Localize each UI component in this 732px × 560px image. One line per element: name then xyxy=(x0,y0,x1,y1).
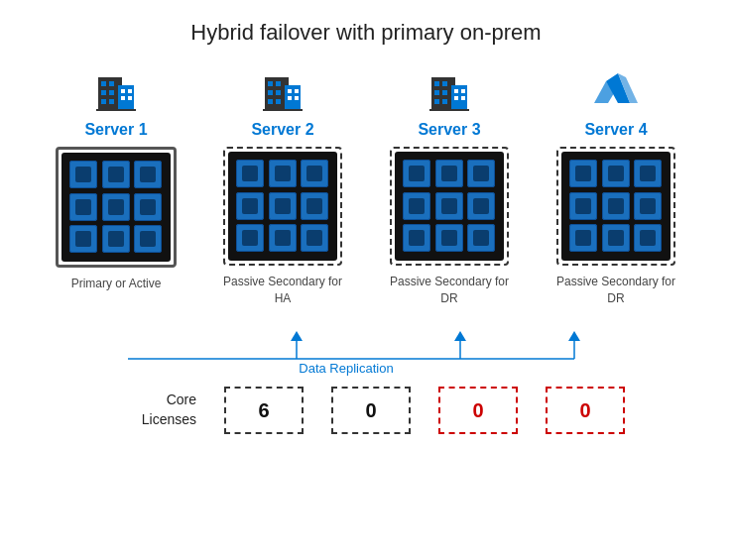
svg-rect-32 xyxy=(434,99,439,104)
chip xyxy=(134,193,162,221)
svg-rect-29 xyxy=(442,81,447,86)
server4-box-border xyxy=(556,147,675,266)
svg-marker-46 xyxy=(454,331,466,341)
svg-rect-12 xyxy=(96,109,136,111)
chip xyxy=(467,224,495,252)
svg-rect-4 xyxy=(101,90,106,95)
chip xyxy=(435,160,463,187)
server1-label: Server 1 xyxy=(84,121,147,139)
azure-cloud-icon xyxy=(590,63,642,115)
replication-arrows-svg: Data Replication xyxy=(59,327,673,377)
chip xyxy=(269,224,297,252)
chip xyxy=(69,225,97,253)
svg-rect-28 xyxy=(434,81,439,86)
server-col-4: Server 4 Passive Secondary for DR xyxy=(547,63,685,321)
svg-rect-19 xyxy=(268,99,273,104)
building-icon-3 xyxy=(424,63,475,115)
svg-rect-16 xyxy=(276,81,281,86)
chip xyxy=(69,161,97,188)
server4-label: Server 4 xyxy=(584,121,647,139)
server2-box-border xyxy=(223,147,342,266)
license-box-1: 6 xyxy=(224,387,304,434)
svg-rect-18 xyxy=(276,90,281,95)
server2-box xyxy=(228,152,337,261)
chip xyxy=(569,160,597,187)
chip xyxy=(403,224,430,252)
chip xyxy=(102,225,130,253)
svg-rect-3 xyxy=(109,81,114,86)
chip xyxy=(467,192,495,220)
svg-marker-44 xyxy=(291,331,303,341)
svg-rect-21 xyxy=(288,89,292,93)
svg-rect-9 xyxy=(128,89,132,93)
chip xyxy=(403,192,430,220)
server3-description: Passive Secondary for DR xyxy=(380,274,519,321)
svg-rect-38 xyxy=(429,109,469,111)
svg-rect-15 xyxy=(268,81,273,86)
server-col-2: Server 2 Passive Secondary for HA xyxy=(213,63,352,321)
chip xyxy=(569,192,597,220)
licenses-label: CoreLicenses xyxy=(142,392,196,427)
chip xyxy=(301,192,328,220)
svg-rect-7 xyxy=(109,99,114,104)
server2-label: Server 2 xyxy=(251,121,313,139)
chip xyxy=(634,160,662,187)
chip xyxy=(102,193,130,221)
svg-rect-36 xyxy=(454,96,458,100)
building-icon-2 xyxy=(257,63,308,115)
svg-marker-48 xyxy=(568,331,580,341)
server2-description: Passive Secondary for HA xyxy=(213,274,352,321)
chip xyxy=(236,160,264,187)
chip xyxy=(134,161,162,188)
svg-rect-8 xyxy=(121,89,125,93)
licenses-row: CoreLicenses 6 0 0 0 xyxy=(10,387,722,434)
server1-box-border xyxy=(56,147,177,268)
server-col-3: Server 3 Passive Secondary for DR xyxy=(380,63,519,321)
svg-rect-33 xyxy=(442,99,447,104)
license-value-4: 0 xyxy=(579,399,590,422)
chip xyxy=(69,193,97,221)
chip xyxy=(634,224,662,252)
server1-box xyxy=(61,153,171,262)
svg-rect-24 xyxy=(295,96,299,100)
svg-rect-23 xyxy=(288,96,292,100)
svg-rect-11 xyxy=(128,96,132,100)
servers-row: Server 1 Primary or Active xyxy=(47,63,685,323)
svg-rect-22 xyxy=(295,89,299,93)
chip xyxy=(236,224,264,252)
licenses-label-container: CoreLicenses xyxy=(107,391,196,429)
svg-rect-35 xyxy=(461,89,465,93)
svg-rect-30 xyxy=(434,90,439,95)
chip xyxy=(602,192,630,220)
server3-label: Server 3 xyxy=(418,121,480,139)
svg-rect-10 xyxy=(121,96,125,100)
server3-box xyxy=(395,152,504,261)
svg-rect-5 xyxy=(109,90,114,95)
svg-rect-31 xyxy=(442,90,447,95)
svg-rect-37 xyxy=(461,96,465,100)
chip xyxy=(467,160,495,187)
license-value-1: 6 xyxy=(258,399,269,422)
chip xyxy=(569,224,597,252)
chip xyxy=(134,225,162,253)
svg-rect-25 xyxy=(263,109,303,111)
svg-text:Data Replication: Data Replication xyxy=(299,361,393,376)
chip xyxy=(602,224,630,252)
license-box-4: 0 xyxy=(546,387,625,434)
server4-box xyxy=(561,152,671,261)
chip xyxy=(236,192,264,220)
chip xyxy=(435,192,463,220)
server-col-1: Server 1 Primary or Active xyxy=(47,63,185,323)
license-box-2: 0 xyxy=(331,387,411,434)
server4-description: Passive Secondary for DR xyxy=(547,274,685,321)
svg-rect-34 xyxy=(454,89,458,93)
svg-rect-2 xyxy=(101,81,106,86)
chip xyxy=(435,224,463,252)
chip xyxy=(269,192,297,220)
license-value-2: 0 xyxy=(365,399,376,422)
server1-description: Primary or Active xyxy=(71,276,162,323)
chip xyxy=(102,161,130,188)
svg-rect-17 xyxy=(268,90,273,95)
chip xyxy=(403,160,430,187)
server3-box-border xyxy=(390,147,509,266)
